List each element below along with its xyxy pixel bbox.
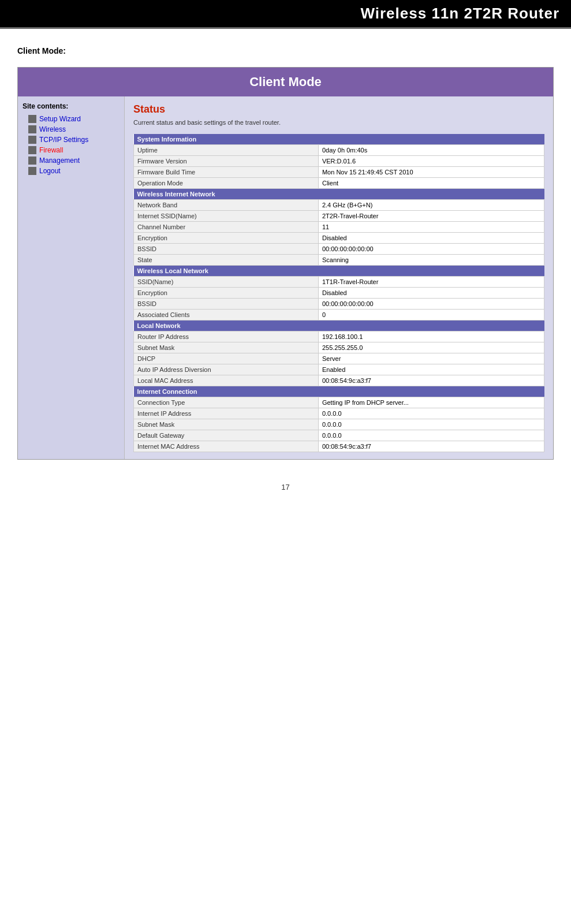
table-row: Channel Number 11: [134, 222, 544, 233]
router-body: Site contents: Setup Wizard Wireless TCP…: [18, 96, 553, 459]
section-wireless-local: Wireless Local Network: [134, 266, 544, 277]
table-row: Firmware Build Time Mon Nov 15 21:49:45 …: [134, 167, 544, 178]
table-row: Subnet Mask 255.255.255.0: [134, 342, 544, 353]
table-row: Default Gateway 0.0.0.0: [134, 430, 544, 441]
main-content: Status Current status and basic settings…: [125, 96, 553, 459]
section-internet-connection: Internet Connection: [134, 386, 544, 397]
status-title: Status: [133, 103, 544, 116]
table-row: Encryption Disabled: [134, 288, 544, 299]
table-row: Internet MAC Address 00:08:54:9c:a3:f7: [134, 441, 544, 452]
table-row: Operation Mode Client: [134, 178, 544, 189]
sidebar: Site contents: Setup Wizard Wireless TCP…: [18, 96, 125, 459]
table-row: Router IP Address 192.168.100.1: [134, 331, 544, 342]
table-row: DHCP Server: [134, 353, 544, 364]
sidebar-item-setup-wizard[interactable]: Setup Wizard: [23, 114, 120, 124]
status-desc: Current status and basic settings of the…: [133, 119, 544, 126]
table-row: Subnet Mask 0.0.0.0: [134, 419, 544, 430]
table-row: Auto IP Address Diversion Enabled: [134, 364, 544, 375]
page-header: Wireless 11n 2T2R Router: [0, 0, 571, 29]
table-row: BSSID 00:00:00:00:00:00: [134, 299, 544, 310]
sidebar-item-logout[interactable]: Logout: [23, 166, 120, 176]
page-footer: 17: [0, 483, 571, 503]
table-row: Connection Type Getting IP from DHCP ser…: [134, 397, 544, 408]
page-title: Wireless 11n 2T2R Router: [360, 5, 559, 22]
page-icon: [28, 157, 36, 165]
sidebar-title: Site contents:: [23, 102, 120, 110]
section-system-information: System Information: [134, 134, 544, 145]
sidebar-item-management[interactable]: Management: [23, 155, 120, 166]
page-icon: [28, 125, 36, 133]
table-row: Firmware Version VER:D.01.6: [134, 156, 544, 167]
table-row: BSSID 00:00:00:00:00:00: [134, 244, 544, 255]
client-mode-label: Client Mode:: [17, 46, 571, 55]
page-icon: [28, 167, 36, 175]
table-row: Uptime 0day 0h 0m:40s: [134, 145, 544, 156]
table-row: SSID(Name) 1T1R-Travel-Router: [134, 277, 544, 288]
section-local-network: Local Network: [134, 321, 544, 331]
info-table: System Information Uptime 0day 0h 0m:40s…: [133, 134, 544, 452]
table-row: Network Band 2.4 GHz (B+G+N): [134, 200, 544, 211]
sidebar-item-tcpip[interactable]: TCP/IP Settings: [23, 135, 120, 145]
router-ui: Client Mode Site contents: Setup Wizard …: [17, 67, 554, 460]
page-number: 17: [281, 483, 289, 491]
table-row: Encryption Disabled: [134, 233, 544, 244]
table-row: Local MAC Address 00:08:54:9c:a3:f7: [134, 375, 544, 386]
table-row: Internet IP Address 0.0.0.0: [134, 408, 544, 419]
section-wireless-internet: Wireless Internet Network: [134, 189, 544, 200]
router-title-bar: Client Mode: [18, 68, 553, 96]
sidebar-item-wireless[interactable]: Wireless: [23, 124, 120, 135]
table-row: Internet SSID(Name) 2T2R-Travel-Router: [134, 211, 544, 222]
table-row: Associated Clients 0: [134, 310, 544, 321]
page-icon: [28, 136, 36, 144]
page-icon: [28, 115, 36, 123]
sidebar-item-firewall[interactable]: Firewall: [23, 145, 120, 155]
table-row: State Scanning: [134, 255, 544, 266]
page-icon: [28, 146, 36, 154]
